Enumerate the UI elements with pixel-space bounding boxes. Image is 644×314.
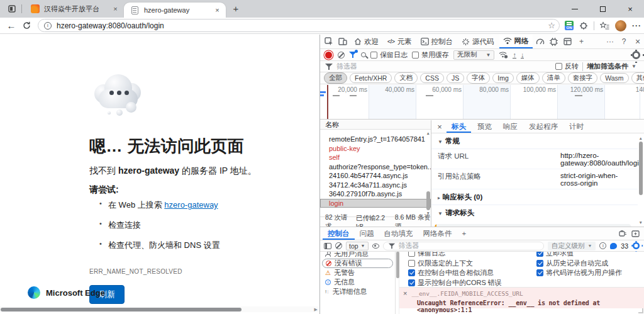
- issues-bubble-icon[interactable]: [610, 243, 617, 249]
- site-info-icon[interactable]: i: [44, 22, 52, 30]
- clear-network-icon[interactable]: [338, 52, 345, 59]
- close-button[interactable]: ×: [616, 0, 644, 18]
- checkbox[interactable]: [408, 279, 415, 286]
- extension-on-icon[interactable]: ON: [565, 21, 574, 30]
- scrollbar-right-arrow[interactable]: ▶: [314, 306, 318, 312]
- tab-network[interactable]: 网络: [499, 35, 533, 48]
- throttling-dropdown[interactable]: 无限制▼: [453, 50, 494, 60]
- request-row[interactable]: authorize?response_type=token...: [320, 162, 431, 172]
- devtools-help-icon[interactable]: ?: [618, 35, 630, 48]
- setting-user-activation[interactable]: 将代码评估视为用户操作: [536, 268, 644, 278]
- preserve-log-checkbox[interactable]: [370, 52, 377, 59]
- request-headers-section[interactable]: ▼请求标头: [431, 205, 638, 220]
- request-row[interactable]: self: [320, 153, 431, 162]
- setting-eager-evaluation[interactable]: 立即求值: [536, 252, 644, 259]
- chip-media[interactable]: 媒体: [516, 72, 540, 84]
- inspect-element-icon[interactable]: [323, 35, 335, 48]
- scroll-down-arrow[interactable]: ▼: [426, 211, 430, 215]
- new-tab-button[interactable]: +: [228, 1, 243, 16]
- request-row[interactable]: remoteEntry.js?_t=1764057841: [320, 135, 431, 144]
- devtools-more-icon[interactable]: ···: [604, 35, 616, 48]
- search-icon[interactable]: [361, 52, 366, 57]
- filter-no-verbose[interactable]: !:无详细信息: [320, 287, 395, 296]
- network-conditions-icon[interactable]: [499, 51, 508, 59]
- add-drawer-tab-icon[interactable]: +: [457, 227, 472, 240]
- address-bar[interactable]: i hzero-gateway:8080/oauth/login ☆: [38, 19, 560, 32]
- scrollbar-thumb[interactable]: [639, 142, 643, 195]
- minimize-button[interactable]: [561, 0, 589, 18]
- response-headers-section[interactable]: ▸响应标头 (0): [431, 189, 638, 205]
- preserve-log-option[interactable]: 保留日志: [370, 50, 408, 60]
- tab-initiator[interactable]: 发起程序: [524, 120, 563, 133]
- filter-no-info[interactable]: i无信息: [320, 278, 395, 287]
- tab-network-conditions[interactable]: 网络条件: [418, 227, 457, 240]
- setting-group-similar[interactable]: 在控制台中组合相似消息: [408, 268, 531, 278]
- scroll-up-arrow[interactable]: ▲: [639, 136, 643, 140]
- clear-console-icon[interactable]: [335, 242, 342, 249]
- chip-css[interactable]: CSS: [420, 73, 444, 83]
- export-har-icon[interactable]: ↓: [521, 52, 525, 59]
- setting-cors-errors[interactable]: 显示控制台中的CORS 错误: [408, 278, 531, 288]
- chip-manifest[interactable]: 清单: [542, 72, 565, 84]
- checkbox[interactable]: [408, 269, 415, 276]
- scroll-up-arrow[interactable]: ▲: [426, 131, 430, 135]
- filter-user-messages[interactable]: 无用户消息: [320, 252, 395, 259]
- application-icon[interactable]: [562, 35, 574, 48]
- tab-console[interactable]: 控制台: [417, 35, 457, 48]
- chip-js[interactable]: JS: [447, 73, 464, 83]
- chip-wasm[interactable]: Wasm: [600, 73, 628, 83]
- filter-no-warnings[interactable]: ⚠无警告: [320, 268, 395, 278]
- tab-welcome[interactable]: 欢迎: [350, 35, 382, 48]
- tab-close-icon[interactable]: ×: [111, 4, 120, 14]
- request-row[interactable]: 3640.27910f7b.async.js: [320, 189, 431, 199]
- issues-count[interactable]: 33: [621, 242, 628, 250]
- request-list-scrollbar[interactable]: ▲ ▼: [425, 130, 431, 216]
- chip-img[interactable]: Img: [492, 73, 514, 83]
- request-list-header[interactable]: 名称: [320, 120, 431, 130]
- disable-cache-checkbox[interactable]: [412, 52, 419, 59]
- chip-all[interactable]: 全部: [324, 72, 347, 84]
- general-section-header[interactable]: ▼常规: [431, 133, 638, 149]
- checkbox[interactable]: [536, 252, 543, 257]
- tab-headers[interactable]: 标头: [447, 120, 471, 133]
- url-text[interactable]: hzero-gateway:8080/oauth/login: [57, 21, 548, 30]
- command-menu-icon[interactable]: [616, 227, 629, 240]
- network-overview-timeline[interactable]: 20,000 ms 40,000 ms 60,000 ms 80,000 ms …: [320, 85, 644, 120]
- details-scrollbar[interactable]: ▲ ▼: [638, 134, 644, 227]
- chip-socket[interactable]: 套接字: [568, 72, 598, 84]
- tab-close-icon[interactable]: ×: [213, 6, 222, 15]
- request-row[interactable]: 24160.4b547744.async.js: [320, 171, 431, 181]
- scrollbar-thumb[interactable]: [396, 252, 399, 278]
- window-resize-grip[interactable]: [638, 308, 643, 313]
- custom-levels-dropdown[interactable]: 自定义级别▼: [548, 242, 596, 250]
- filter-no-errors[interactable]: 没有错误: [322, 259, 393, 268]
- chip-fetch-xhr[interactable]: Fetch/XHR: [350, 73, 392, 83]
- setting-autocomplete-history[interactable]: 从历史记录自动完成: [536, 259, 644, 269]
- disable-cache-option[interactable]: 禁用缓存: [412, 50, 449, 60]
- console-sidebar-toggle-icon[interactable]: [324, 243, 331, 249]
- checkbox[interactable]: [536, 260, 543, 267]
- tab-issues[interactable]: 问题: [355, 227, 379, 240]
- record-icon[interactable]: [325, 52, 332, 59]
- tab-autofill[interactable]: 自动填充: [379, 227, 418, 240]
- chip-doc[interactable]: 文档: [394, 72, 418, 84]
- filter-funnel-icon[interactable]: [349, 51, 357, 59]
- add-panel-icon[interactable]: +: [575, 35, 588, 48]
- live-expression-icon[interactable]: [372, 244, 379, 249]
- request-row[interactable]: 34712.4c34a711.async.js: [320, 181, 431, 190]
- tab-console-drawer[interactable]: 控制台: [323, 227, 355, 240]
- maximize-button[interactable]: [589, 0, 616, 18]
- checkbox[interactable]: [408, 252, 415, 257]
- console-settings-icon[interactable]: [633, 242, 640, 249]
- chip-font[interactable]: 字体: [467, 72, 490, 84]
- extension-icon[interactable]: [579, 21, 588, 30]
- tab-actions-button[interactable]: [4, 2, 20, 16]
- scrollbar-thumb[interactable]: [1, 308, 242, 311]
- tab-preview[interactable]: 预览: [472, 120, 497, 133]
- setting-selected-context-only[interactable]: 仅限选定的上下文: [408, 259, 531, 269]
- devtools-close-icon[interactable]: ×: [631, 35, 644, 48]
- tab-hzero-platform[interactable]: 汉得焱牛开放平台 ×: [25, 0, 124, 18]
- import-har-icon[interactable]: ↑: [513, 52, 516, 59]
- favorites-hub-icon[interactable]: [600, 21, 609, 30]
- scrollbar-thumb[interactable]: [426, 191, 430, 210]
